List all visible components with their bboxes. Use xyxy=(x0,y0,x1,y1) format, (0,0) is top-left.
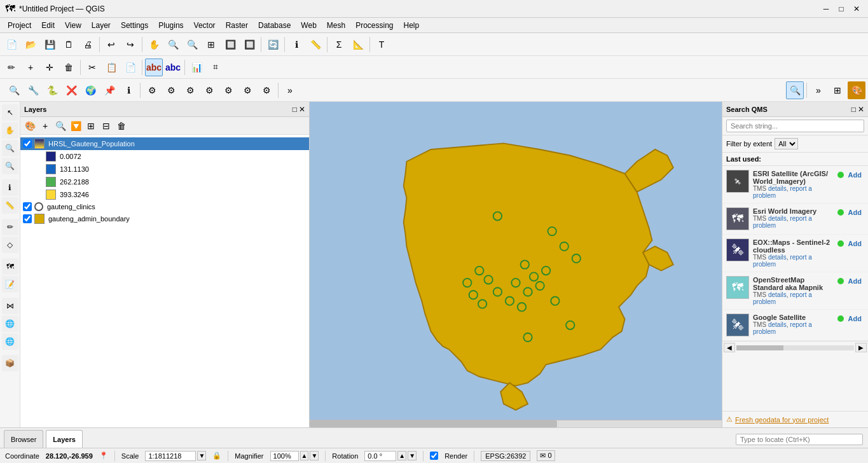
move-feature-button[interactable]: ✛ xyxy=(41,59,59,76)
print-button[interactable]: 🖨 xyxy=(79,36,97,53)
menu-processing[interactable]: Processing xyxy=(350,20,398,31)
layer-boundary[interactable]: gauteng_admin_boundary xyxy=(20,212,309,225)
copy-button[interactable]: 📋 xyxy=(102,59,120,76)
collapse-all-button[interactable]: ⊟ xyxy=(99,119,113,133)
qms-scroll-right[interactable]: ▶ xyxy=(855,343,867,352)
qms-add-button-eox[interactable]: Add xyxy=(846,238,864,249)
qms-scrollbar[interactable] xyxy=(736,345,854,350)
measure-button[interactable]: 📏 xyxy=(307,36,324,53)
zoom-out-tool[interactable]: 🔍 xyxy=(2,158,18,174)
menu-raster[interactable]: Raster xyxy=(221,20,253,31)
filter-select[interactable]: All xyxy=(775,138,798,149)
map-area[interactable] xyxy=(310,102,722,427)
menu-edit[interactable]: Edit xyxy=(36,20,60,31)
qms-details-esri-satellite[interactable]: details xyxy=(768,185,787,192)
qms-details-eox[interactable]: details xyxy=(768,254,787,261)
magnifier-spin-up[interactable]: ▲ xyxy=(300,451,309,460)
plugin-btn-4[interactable]: ❌ xyxy=(62,81,80,99)
menu-vector[interactable]: Vector xyxy=(189,20,221,31)
render-checkbox[interactable] xyxy=(430,452,438,460)
undo-button[interactable]: ↩ xyxy=(102,36,120,53)
qms-search-button[interactable]: 🔍 xyxy=(786,81,804,99)
fresh-geodata-link[interactable]: Fresh geodata for your project xyxy=(735,416,829,424)
plugin-btn-6[interactable]: 📌 xyxy=(100,81,118,99)
map-tool-1[interactable]: ⚙ xyxy=(143,81,161,99)
plugin-btn-7[interactable]: ℹ xyxy=(120,81,137,99)
rotation-spin-down[interactable]: ▼ xyxy=(408,451,417,460)
open-project-button[interactable]: 📂 xyxy=(22,36,39,53)
map-tool-3[interactable]: ⚙ xyxy=(181,81,199,99)
layer-clinics[interactable]: gauteng_clinics xyxy=(20,201,309,212)
layer-hrsl-checkbox[interactable] xyxy=(23,139,32,148)
locate-input[interactable] xyxy=(736,434,863,445)
browser-tab[interactable]: Browser xyxy=(4,430,43,448)
rotation-spin-up[interactable]: ▲ xyxy=(397,451,406,460)
pan-tool[interactable]: ✋ xyxy=(2,122,18,139)
scrollbar-thumb[interactable] xyxy=(310,420,557,427)
identify-tool[interactable]: ℹ xyxy=(2,179,18,196)
layers-tab[interactable]: Layers xyxy=(46,430,82,448)
zoom-layer-button[interactable]: 🔲 xyxy=(221,36,239,53)
map-tool-6[interactable]: ⚙ xyxy=(238,81,256,99)
minimize-button[interactable]: ─ xyxy=(820,3,832,15)
zoom-in-button[interactable]: 🔍 xyxy=(164,36,182,53)
menu-help[interactable]: Help xyxy=(399,20,425,31)
menu-database[interactable]: Database xyxy=(253,20,296,31)
menu-view[interactable]: View xyxy=(60,20,86,31)
qms-close-button[interactable]: ✕ xyxy=(858,105,864,114)
maximize-button[interactable]: □ xyxy=(835,3,848,15)
plugin-btn-2[interactable]: 🔧 xyxy=(24,81,42,99)
qms-float-button[interactable]: □ xyxy=(851,105,856,114)
layers-close-button[interactable]: ✕ xyxy=(299,105,305,114)
zoom-selection-button[interactable]: 🔲 xyxy=(240,36,258,53)
filter-legend-button[interactable]: 🔽 xyxy=(69,119,83,133)
stats-button[interactable]: Σ xyxy=(330,36,348,53)
node-tool[interactable]: ◇ xyxy=(2,237,18,253)
grid-button[interactable]: ⊞ xyxy=(829,81,846,99)
scale-input[interactable] xyxy=(145,451,196,461)
qms-details-google[interactable]: details xyxy=(768,321,787,328)
qms-add-button-esri-satellite[interactable]: Add xyxy=(846,170,864,180)
globe2-tool[interactable]: 🌐 xyxy=(2,333,18,350)
identify-button[interactable]: ℹ xyxy=(287,36,305,53)
field-calc-button[interactable]: ⌗ xyxy=(207,59,224,76)
zoom-in-tool[interactable]: 🔍 xyxy=(2,140,18,156)
messages-button[interactable]: ✉ 0 xyxy=(537,450,555,461)
close-button[interactable]: ✕ xyxy=(850,3,863,15)
scale-dropdown[interactable]: ▼ xyxy=(197,451,206,460)
attribute-table-button[interactable]: 📊 xyxy=(188,59,205,76)
annotation-tool[interactable]: 📝 xyxy=(2,276,18,293)
cut-button[interactable]: ✂ xyxy=(83,59,101,76)
layers-float-button[interactable]: □ xyxy=(293,105,297,114)
save-as-button[interactable]: 🗒 xyxy=(60,36,78,53)
magnifier-spin-down[interactable]: ▼ xyxy=(310,451,319,460)
map-tool-5[interactable]: ⚙ xyxy=(219,81,237,99)
menu-project[interactable]: Project xyxy=(3,20,36,31)
plugin-btn-1[interactable]: 🔍 xyxy=(5,81,23,99)
save-button[interactable]: 💾 xyxy=(41,36,59,53)
expand-toolbar[interactable]: » xyxy=(281,81,299,99)
select-tool[interactable]: ↖ xyxy=(2,104,18,121)
add-layer-button[interactable]: + xyxy=(38,119,52,133)
plugin-btn-3[interactable]: 🐍 xyxy=(43,81,61,99)
redo-button[interactable]: ↪ xyxy=(121,36,139,53)
zoom-out-button[interactable]: 🔍 xyxy=(183,36,201,53)
zoom-extent-button[interactable]: ⊞ xyxy=(202,36,220,53)
map-scrollbar-h[interactable] xyxy=(310,420,722,427)
menu-layer[interactable]: Layer xyxy=(86,20,116,31)
label2-button[interactable]: abc xyxy=(164,59,182,76)
qms-add-button-google[interactable]: Add xyxy=(846,314,864,324)
map-tool-4[interactable]: ⚙ xyxy=(200,81,218,99)
qms-details-osm[interactable]: details xyxy=(768,291,787,298)
menu-settings[interactable]: Settings xyxy=(116,20,153,31)
new-project-button[interactable]: 📄 xyxy=(3,36,20,53)
add-feature-button[interactable]: + xyxy=(22,59,39,76)
refresh-button[interactable]: 🔄 xyxy=(264,36,282,53)
qms-add-button-osm[interactable]: Add xyxy=(846,276,864,286)
edit-vertices-button[interactable]: ✏ xyxy=(3,59,20,76)
globe-tool[interactable]: 🌐 xyxy=(2,315,18,332)
text-button[interactable]: T xyxy=(373,36,390,53)
right-expand[interactable]: » xyxy=(809,81,827,99)
search-qms-input[interactable] xyxy=(726,120,864,132)
spatial-query-tool[interactable]: ⋈ xyxy=(2,298,18,314)
